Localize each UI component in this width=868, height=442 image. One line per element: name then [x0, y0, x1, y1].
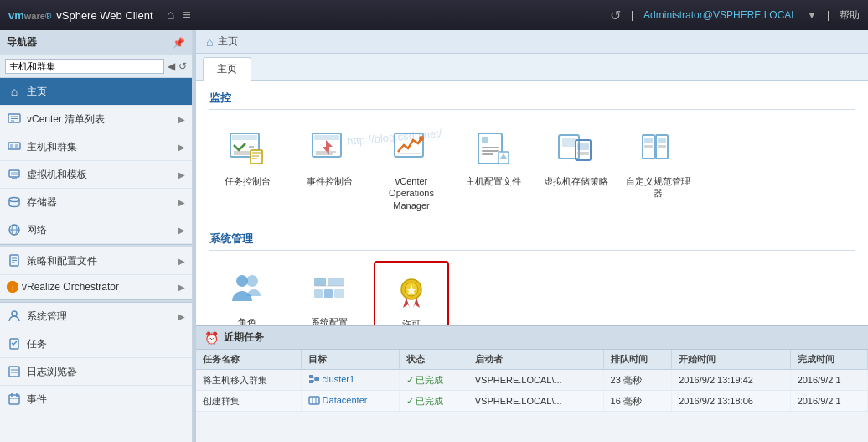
vcenter-arrow-icon: ▶ — [178, 115, 185, 124]
icon-item-task-console[interactable]: 任务控制台 — [209, 120, 285, 218]
sidebar-item-storage[interactable]: 存储器 ▶ — [0, 189, 192, 216]
sidebar-item-orchestrator[interactable]: ! vRealize Orchestrator ▶ — [0, 275, 192, 299]
svg-point-64 — [236, 275, 248, 287]
roles-label: 角色 — [238, 316, 256, 325]
tasks-nav-icon — [7, 336, 22, 351]
col-status: 状态 — [400, 350, 468, 370]
sidebar-item-label-hosts: 主机和群集 — [27, 140, 77, 154]
bottom-table: 任务名称 目标 状态 启动者 排队时间 开始时间 完成时间 将主机移入群集 — [196, 350, 868, 442]
svg-rect-25 — [9, 395, 19, 404]
sidebar: 导航器 📌 ◀ ↺ ⌂ 主页 vCenter 清单列表 ▶ — [0, 30, 193, 442]
sidebar-item-home[interactable]: ⌂ 主页 — [0, 78, 192, 106]
breadcrumb-home-icon: ⌂ — [206, 35, 213, 49]
queue-time-cell-2: 16 毫秒 — [603, 391, 672, 412]
sidebar-item-hosts[interactable]: 主机和群集 ▶ — [0, 133, 192, 161]
sidebar-item-label-network: 网络 — [27, 223, 47, 237]
refresh-icon[interactable]: ↺ — [610, 8, 621, 23]
vmware-logo: vmware® — [8, 9, 51, 22]
sidebar-item-policy[interactable]: 策略和配置文件 ▶ — [0, 247, 192, 275]
sidebar-title-area: 导航器 — [7, 35, 37, 49]
header-right: ↺ | Administrator@VSPHERE.LOCAL ▼ | 帮助 — [610, 8, 860, 23]
icon-item-event-console[interactable]: 事件控制台 — [292, 120, 367, 218]
bottom-panel: ⏰ 近期任务 任务名称 目标 状态 启动者 排队时间 开始时间 完成时间 — [196, 325, 868, 442]
svg-rect-57 — [577, 152, 589, 155]
svg-rect-67 — [328, 278, 344, 286]
icon-item-sysconfig[interactable]: 系统配置 — [292, 261, 367, 325]
svg-rect-60 — [644, 145, 653, 148]
svg-point-10 — [9, 198, 19, 202]
sidebar-item-label-vcenter: vCenter 清单列表 — [27, 112, 105, 127]
target-link-1[interactable]: cluster1 — [323, 374, 355, 384]
svg-rect-66 — [314, 278, 326, 286]
sidebar-item-log[interactable]: 日志浏览器 — [0, 358, 192, 386]
icon-item-vm-storage[interactable]: 虚拟机存储策略 — [538, 120, 613, 218]
menu-icon[interactable]: ≡ — [183, 8, 190, 23]
sidebar-item-label-orchestrator: vRealize Orchestrator — [22, 281, 119, 293]
tab-home[interactable]: 主页 — [203, 57, 251, 81]
col-target: 目标 — [301, 350, 400, 370]
status-cell-2: ✓ 已完成 — [400, 391, 468, 412]
header-user[interactable]: Administrator@VSPHERE.LOCAL — [643, 9, 797, 21]
events-nav-icon — [7, 392, 22, 407]
icon-item-custom-attr[interactable]: 自定义规范管理器 — [620, 120, 695, 218]
sysadmin-nav-icon — [7, 309, 22, 324]
hosts-arrow-icon: ▶ — [178, 143, 185, 152]
orchestrator-badge: ! — [7, 281, 18, 293]
svg-rect-8 — [11, 172, 18, 175]
breadcrumb-label: 主页 — [218, 34, 238, 49]
sidebar-item-tasks[interactable]: 任务 — [0, 330, 192, 358]
svg-rect-39 — [314, 135, 339, 140]
icon-item-license[interactable]: 许可 — [374, 261, 449, 325]
svg-rect-62 — [658, 138, 666, 143]
svg-rect-6 — [15, 144, 18, 148]
sidebar-item-vcenter[interactable]: vCenter 清单列表 ▶ — [0, 106, 192, 133]
sidebar-item-events[interactable]: 事件 — [0, 386, 192, 413]
license-label: 许可 — [402, 318, 421, 325]
sidebar-item-label-vms: 虚拟机和模板 — [27, 168, 87, 182]
main-layout: 导航器 📌 ◀ ↺ ⌂ 主页 vCenter 清单列表 ▶ — [0, 30, 868, 442]
app-header: vmware® vSphere Web Client ⌂ ≡ ↺ | Admin… — [0, 0, 868, 30]
sysconfig-label: 系统配置 — [311, 316, 348, 325]
sidebar-item-sysadmin[interactable]: 系统管理 ▶ — [0, 303, 192, 330]
datacenter-icon — [308, 394, 320, 406]
home-icon[interactable]: ⌂ — [167, 8, 175, 23]
icon-item-host-profile[interactable]: 主机配置文件 — [456, 120, 531, 218]
sidebar-search-input[interactable] — [5, 59, 164, 74]
target-link-2[interactable]: Datacenter — [323, 395, 368, 405]
sidebar-item-network[interactable]: 网络 ▶ — [0, 216, 192, 244]
icon-item-vcops[interactable]: vCenter Operations Manager — [374, 120, 449, 218]
status-check-icon-1: ✓ — [406, 375, 414, 386]
svg-text:!: ! — [12, 284, 13, 292]
vm-storage-icon — [554, 127, 597, 170]
policy-arrow-icon: ▶ — [178, 257, 185, 266]
col-start-time: 开始时间 — [672, 350, 790, 370]
table-row: 将主机移入群集 cluster1 ✓ 已完成 — [196, 370, 868, 391]
sidebar-refresh-icon[interactable]: ↺ — [178, 60, 187, 72]
header-logo: vmware® vSphere Web Client — [8, 9, 153, 22]
start-time-cell-1: 2016/9/2 13:19:42 — [672, 370, 790, 391]
custom-attr-icon — [636, 127, 679, 170]
bottom-panel-header: ⏰ 近期任务 — [196, 326, 868, 350]
target-cell-2[interactable]: Datacenter — [301, 391, 400, 412]
help-button[interactable]: 帮助 — [840, 8, 860, 23]
target-cell[interactable]: cluster1 — [301, 370, 400, 391]
event-console-icon — [307, 127, 351, 170]
vms-arrow-icon: ▶ — [178, 170, 185, 179]
svg-rect-78 — [309, 380, 313, 383]
license-icon — [390, 269, 433, 313]
sidebar-item-vms[interactable]: 虚拟机和模板 ▶ — [0, 161, 192, 189]
policy-nav-icon — [7, 253, 22, 268]
svg-rect-48 — [482, 147, 499, 148]
sidebar-item-label-sysadmin: 系统管理 — [27, 309, 67, 324]
sidebar-pin-icon[interactable]: 📌 — [173, 37, 185, 49]
svg-rect-5 — [10, 144, 13, 148]
svg-rect-59 — [644, 138, 653, 143]
header-separator2: | — [827, 9, 829, 21]
svg-rect-69 — [324, 289, 333, 298]
header-nav-icons: ⌂ ≡ — [167, 8, 191, 23]
sidebar-back-icon[interactable]: ◀ — [168, 60, 175, 72]
task-name-cell: 将主机移入群集 — [196, 370, 301, 391]
icon-item-roles[interactable]: 角色 — [209, 261, 285, 325]
user-dropdown-icon[interactable]: ▼ — [807, 9, 817, 21]
sidebar-item-label-home: 主页 — [27, 85, 47, 99]
